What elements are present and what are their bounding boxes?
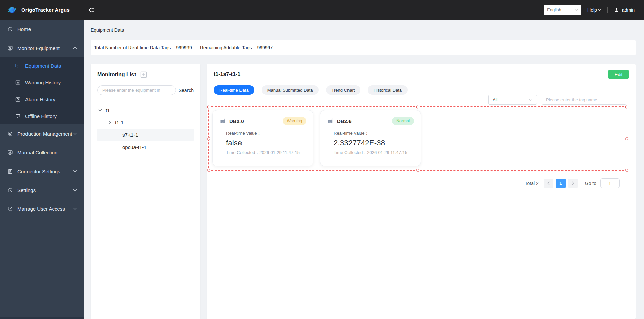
tag-card-db2-0[interactable]: DB2.0 Warning Real-time Value： false Tim… [212,110,313,166]
app-window: OrigoTracker Argus English Help [0,0,644,319]
tree-node-label: t1 [106,107,110,113]
sidebar-item-alarm-history[interactable]: Alarm History [0,91,84,108]
equipment-title: t1-1s7-t1-1 [214,71,240,77]
tree-node-label: t1-1 [115,120,124,125]
edit-button[interactable]: Edit [608,70,629,79]
status-badge: Warning [283,117,306,125]
chevron-down-icon [73,207,77,210]
tree-node-s7-t1-1[interactable]: s7-t1-1 [97,129,194,141]
selection-handle[interactable] [207,137,210,140]
selection-handle[interactable] [625,106,628,109]
tab-real-time-data[interactable]: Real-time Data [214,85,254,95]
sidebar-item-equipment-data[interactable]: Equipment Data [0,57,84,74]
pagination-page-1[interactable]: 1 [556,179,566,188]
selection-handle[interactable] [625,137,628,140]
chevron-down-icon [73,189,77,191]
help-label: Help [587,7,597,13]
circle-dot-icon [7,187,13,193]
chevron-down-icon [73,170,77,173]
chevron-down-icon [73,132,77,135]
pagination-total: Total 2 [525,181,539,186]
language-selected: English [547,7,561,12]
tree-node-t1[interactable]: t1 [97,104,194,116]
sidebar-item-monitor-equipment[interactable]: Monitor Equipment [0,39,84,57]
tree-node-label: s7-t1-1 [122,132,138,138]
sidebar-item-home[interactable]: Home [0,20,84,39]
sidebar-item-manage-user-access[interactable]: Manage User Access [0,199,84,218]
tree-node-label: opcua-t1-1 [122,144,147,150]
sidebar-item-label: Warning History [25,80,77,85]
sidebar-item-connector-settings[interactable]: Connector Settings [0,162,84,181]
app-title: OrigoTracker Argus [21,7,70,13]
time-collected: Time Collected：2026-01-29 11:47:15 [226,150,306,156]
main-content: Equipment Data Total Number of Real-time… [84,20,644,319]
language-select[interactable]: English [544,5,581,15]
sidebar-item-label: Settings [17,187,73,193]
sidebar-item-label: Offline History [25,113,77,119]
time-value: 2026-01-29 11:47:15 [367,150,407,155]
sidebar-item-manual-collection[interactable]: Manual Collection [0,143,84,162]
chevron-down-icon [598,9,601,11]
stats-bar: Total Number of Real-time Data Tags: 999… [91,40,636,55]
sidebar-item-warning-history[interactable]: Warning History [0,74,84,91]
card-header: DB2.6 Normal [327,117,414,125]
help-menu[interactable]: Help [587,7,601,13]
time-collected: Time Collected：2026-01-29 11:47:15 [334,150,414,156]
remaining-tags-label: Remaining Addable Tags: [200,45,253,50]
sidebar-item-production-management[interactable]: Production Management [0,124,84,143]
chevron-right-icon[interactable] [107,120,112,125]
chevron-down-icon[interactable] [98,108,103,113]
sidebar-item-offline-history[interactable]: Offline History [0,108,84,124]
chevron-right-icon [572,181,574,185]
add-equipment-button[interactable] [140,71,147,78]
card-body: Real-time Value： 2.3327742E-38 Time Coll… [327,130,414,156]
tab-manual-submitted-data[interactable]: Manual Submitted Data [262,85,319,95]
chat-info-icon [15,113,21,119]
selection-region[interactable]: DB2.0 Warning Real-time Value： false Tim… [208,106,627,171]
circle-dot-icon [7,206,13,212]
equipment-search-button[interactable]: Search [179,88,194,93]
selection-handle[interactable] [416,169,419,172]
equipment-search-row: Search [97,85,194,95]
sidebar-submenu-monitor-equipment: Equipment Data Warning History Alarm His… [0,57,84,124]
chevron-down-icon [529,99,533,101]
robot-icon [219,118,226,125]
tab-trend-chart[interactable]: Trend Chart [326,85,361,95]
pagination-prev-button[interactable] [544,179,553,188]
remaining-tags-value: 999997 [257,45,273,50]
pagination: Total 2 1 Go to [525,178,620,188]
monitor-edit-icon [7,150,13,155]
tree-node-t1-1[interactable]: t1-1 [97,116,194,129]
equipment-search-input[interactable] [97,85,176,95]
chevron-up-icon [73,47,77,49]
logo-wrap: OrigoTracker Argus [0,5,70,15]
user-icon [614,7,619,13]
tree-node-opcua-t1-1[interactable]: opcua-t1-1 [97,141,194,153]
card-body: Real-time Value： false Time Collected：20… [219,130,306,156]
sidebar-item-label: Alarm History [25,97,77,102]
tag-card-db2-6[interactable]: DB2.6 Normal Real-time Value： 2.3327742E… [320,110,421,166]
selection-handle[interactable] [207,106,210,109]
tag-type-selected: All [493,97,497,102]
tab-historical-data[interactable]: Historical Data [368,85,408,95]
sidebar-item-label: Manage User Access [17,206,73,212]
topbar-right: English Help admin [544,5,644,15]
selection-handle[interactable] [207,169,210,172]
sidebar-item-settings[interactable]: Settings [0,181,84,199]
sidebar-item-label: Production Management [17,131,73,137]
time-value: 2026-01-29 11:47:15 [259,150,300,155]
filter-row: All [488,95,626,105]
robot-icon [327,118,334,125]
panels: Monitoring List Search [91,64,636,319]
sidebar-collapse-icon[interactable] [89,7,95,13]
sidebar-item-label: Monitor Equipment [17,45,73,51]
selection-handle[interactable] [625,169,628,172]
sidebar: Home Monitor Equipment Equipment Data [0,20,84,319]
selection-handle[interactable] [416,106,419,109]
pagination-goto-input[interactable] [600,178,620,188]
tag-name-input[interactable] [542,95,626,105]
warning-icon [15,80,21,85]
pagination-next-button[interactable] [568,179,578,188]
user-menu[interactable]: admin [614,7,635,13]
tag-type-select[interactable]: All [488,95,537,105]
